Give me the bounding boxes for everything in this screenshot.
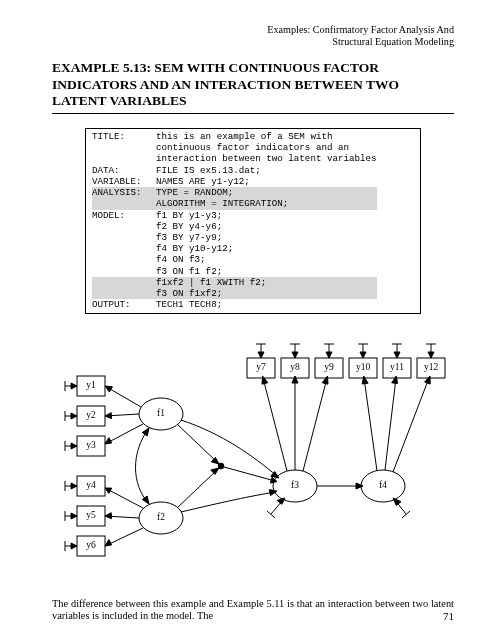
f3-loadings (262, 376, 328, 471)
f3-node: f3 (273, 470, 317, 502)
code-value: f3 ON f1 f2; (156, 266, 377, 277)
code-key (92, 142, 156, 153)
f2-to-dot (177, 468, 219, 508)
title-line-1: EXAMPLE 5.13: SEM WITH CONTINUOUS FACTOR (52, 60, 379, 75)
example-title: EXAMPLE 5.13: SEM WITH CONTINUOUS FACTOR… (52, 60, 454, 109)
code-key (92, 153, 156, 164)
f1-loadings (105, 386, 143, 444)
svg-marker-38 (142, 428, 149, 436)
y11-label: y11 (390, 362, 404, 372)
y8-label: y8 (290, 362, 300, 372)
y6-label: y6 (86, 540, 96, 550)
svg-marker-57 (393, 498, 401, 505)
running-header: Examples: Confirmatory Factor Analysis A… (52, 24, 454, 48)
code-value: TYPE = RANDOM; (156, 187, 377, 198)
y10-node: y10 (349, 344, 377, 378)
y3-label: y3 (86, 440, 96, 450)
title-line-2: INDICATORS AND AN INTERACTION BETWEEN TW… (52, 77, 399, 92)
code-value: TECH1 TECH8; (156, 299, 377, 310)
svg-line-51 (224, 467, 275, 481)
code-row: OUTPUT:TECH1 TECH8; (92, 299, 377, 310)
title-rule (52, 113, 454, 114)
code-key: MODEL: (92, 210, 156, 221)
code-row: MODEL:f1 BY y1-y3; (92, 210, 377, 221)
y12-node: y12 (417, 344, 445, 378)
code-key (92, 254, 156, 265)
svg-line-87 (303, 378, 327, 471)
code-key: DATA: (92, 165, 156, 176)
code-row: f4 BY y10-y12; (92, 243, 377, 254)
y1-node: y1 (65, 376, 105, 396)
svg-marker-37 (105, 539, 112, 546)
code-key: OUTPUT: (92, 299, 156, 310)
page: Examples: Confirmatory Factor Analysis A… (0, 0, 500, 638)
code-value: interaction between two latent variables (156, 153, 377, 164)
code-row: f2 BY y4-y6; (92, 221, 377, 232)
svg-marker-81 (428, 352, 434, 358)
code-row: ALGORITHM = INTEGRATION; (92, 198, 377, 209)
running-header-line1: Examples: Confirmatory Factor Analysis A… (267, 24, 454, 35)
svg-marker-27 (105, 386, 112, 392)
svg-marker-22 (71, 543, 77, 549)
svg-marker-2 (71, 383, 77, 389)
f2-to-f3 (181, 489, 277, 511)
y4-label: y4 (86, 480, 96, 490)
code-key: TITLE: (92, 131, 156, 142)
svg-line-93 (393, 378, 429, 472)
title-line-3: LATENT VARIABLES (52, 93, 186, 108)
code-value: f4 ON f3; (156, 254, 377, 265)
svg-marker-29 (105, 412, 112, 418)
y8-node: y8 (281, 344, 309, 378)
svg-line-41 (177, 424, 217, 462)
code-value: f4 BY y10-y12; (156, 243, 377, 254)
svg-marker-6 (71, 413, 77, 419)
f1-label: f1 (157, 408, 165, 418)
y6-node: y6 (65, 536, 105, 556)
svg-marker-73 (360, 352, 366, 358)
code-row: f4 ON f3; (92, 254, 377, 265)
code-value: FILE IS ex5.13.dat; (156, 165, 377, 176)
y9-label: y9 (324, 362, 334, 372)
svg-line-83 (263, 378, 287, 471)
y9-node: y9 (315, 344, 343, 378)
f1-to-f3 (181, 420, 279, 478)
code-row: ANALYSIS:TYPE = RANDOM; (92, 187, 377, 198)
code-value: f1xf2 | f1 XWITH f2; (156, 277, 377, 288)
f4-residual (393, 498, 410, 518)
code-value: f1 BY y1-y3; (156, 210, 377, 221)
y2-label: y2 (86, 410, 96, 420)
code-value: NAMES ARE y1-y12; (156, 176, 377, 187)
code-value: continuous factor indicators and an (156, 142, 377, 153)
top-indicator-group: y7 y8 y9 y10 (247, 344, 445, 378)
svg-line-48 (267, 511, 275, 518)
code-key: VARIABLE: (92, 176, 156, 187)
y5-node: y5 (65, 506, 105, 526)
f4-node: f4 (361, 470, 405, 502)
page-inner: Examples: Confirmatory Factor Analysis A… (0, 0, 500, 623)
y7-label: y7 (256, 362, 266, 372)
svg-marker-14 (71, 483, 77, 489)
svg-marker-77 (394, 352, 400, 358)
y3-node: y3 (65, 436, 105, 456)
f2-node: f2 (139, 502, 183, 534)
f1-to-dot (177, 424, 219, 464)
code-value: f2 BY y4-y6; (156, 221, 377, 232)
svg-marker-35 (105, 512, 112, 518)
f4-loadings (362, 376, 430, 472)
svg-line-91 (385, 378, 396, 470)
y4-node: y4 (65, 476, 105, 496)
code-row: DATA:FILE IS ex5.13.dat; (92, 165, 377, 176)
svg-line-89 (364, 378, 377, 471)
svg-line-58 (402, 511, 410, 518)
code-row: interaction between two latent variables (92, 153, 377, 164)
svg-marker-61 (258, 352, 264, 358)
svg-line-43 (177, 470, 217, 508)
f3-to-f4 (317, 483, 363, 489)
code-value: this is an example of a SEM with (156, 131, 377, 142)
svg-marker-33 (105, 488, 112, 493)
f1-f2-covariance (136, 428, 150, 504)
svg-marker-18 (71, 513, 77, 519)
sem-path-diagram: y1 y2 y3 y4 (53, 334, 453, 582)
code-row: continuous factor indicators and an (92, 142, 377, 153)
code-key (92, 288, 156, 299)
